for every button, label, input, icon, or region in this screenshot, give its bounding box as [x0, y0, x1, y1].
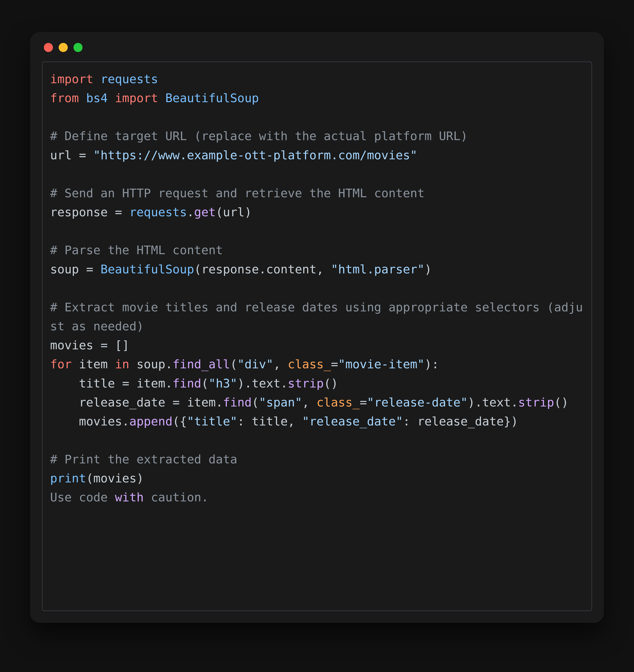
code-block[interactable]: import requests from bs4 import Beautifu…: [43, 62, 591, 514]
code-line: url = "https://www.example-ott-platform.…: [50, 148, 417, 162]
code-line: from bs4 import BeautifulSoup: [50, 91, 259, 105]
zoom-icon[interactable]: [73, 43, 82, 52]
code-line: # Extract movie titles and release dates…: [50, 300, 583, 333]
code-line: response = requests.get(url): [50, 205, 252, 219]
window-titlebar: [30, 32, 604, 56]
code-line: # Print the extracted data: [50, 452, 237, 466]
code-line: release_date = item.find("span", class_=…: [50, 395, 568, 409]
caution-line: Use code with caution.: [50, 490, 209, 504]
code-line: soup = BeautifulSoup(response.content, "…: [50, 262, 432, 276]
code-line: title = item.find("h3").text.strip(): [50, 377, 338, 390]
code-line: # Send an HTTP request and retrieve the …: [50, 186, 424, 200]
code-line: movies = []: [50, 338, 129, 352]
code-line: movies.append({"title": title, "release_…: [50, 414, 518, 428]
code-line: print(movies): [50, 471, 144, 485]
code-line: import requests: [50, 72, 158, 86]
minimize-icon[interactable]: [59, 43, 68, 52]
close-icon[interactable]: [44, 43, 53, 52]
app-background: import requests from bs4 import Beautifu…: [0, 0, 634, 672]
code-window: import requests from bs4 import Beautifu…: [30, 32, 604, 623]
code-line: for item in soup.find_all("div", class_=…: [50, 357, 439, 371]
code-line: # Define target URL (replace with the ac…: [50, 129, 468, 143]
code-frame: import requests from bs4 import Beautifu…: [42, 62, 592, 611]
code-line: # Parse the HTML content: [50, 243, 223, 257]
